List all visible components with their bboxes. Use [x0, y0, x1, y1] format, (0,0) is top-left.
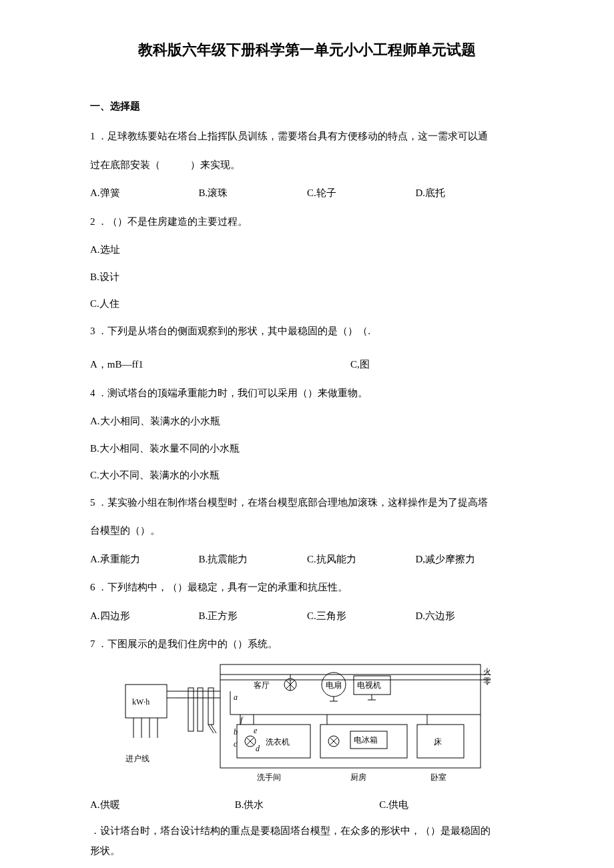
q7-opt-a: A.供暖: [90, 793, 235, 817]
diagram-kitchen: 厨房: [350, 773, 366, 782]
q6-text: 6 ．下列结构中，（）最稳定，具有一定的承重和抗压性。: [90, 576, 524, 599]
q4-opt-a: A.大小相同、装满水的小水瓶: [90, 410, 524, 433]
circuit-diagram: kW·h 进户线 客厅 电扇 电视机 火 零 洗衣机 电冰箱 床 洗手间 厨房 …: [90, 661, 524, 791]
q1-opt-b: B.滚珠: [199, 181, 308, 205]
q7-options: A.供暖 B.供水 C.供电: [90, 793, 524, 817]
q4-text: 4 ．测试塔台的顶端承重能力时，我们可以采用（）来做重物。: [90, 382, 524, 405]
diagram-tv: 电视机: [357, 681, 381, 690]
q6-opt-c: C.三角形: [307, 604, 416, 628]
diagram-live: 火: [483, 667, 491, 677]
q6-options: A.四边形 B.正方形 C.三角形 D.六边形: [90, 604, 524, 628]
q2-opt-c: C.人住: [90, 292, 524, 316]
section-heading: 一、选择题: [90, 100, 524, 113]
q3-text: 3 ．下列是从塔台的侧面观察到的形状，其中最稳固的是（）（.: [90, 320, 524, 343]
q6-opt-d: D.六边形: [416, 604, 525, 628]
q1-opt-a: A.弹簧: [90, 181, 199, 205]
diagram-bed: 床: [434, 737, 442, 747]
q1-opt-d: D.底托: [416, 181, 525, 205]
diagram-neutral: 零: [483, 677, 491, 686]
svg-line-11: [208, 725, 214, 733]
diagram-c: c: [234, 739, 238, 749]
circuit-svg: kW·h 进户线 客厅 电扇 电视机 火 零 洗衣机 电冰箱 床 洗手间 厨房 …: [120, 661, 494, 788]
q5-line2: 台模型的（）。: [90, 519, 524, 542]
q8: ．设计塔台时，塔台设计结构的重点是要稳固塔台模型，在众多的形状中，（）是最稳固的…: [90, 821, 524, 860]
q2-opt-a: A.选址: [90, 238, 524, 262]
q1-line2: 过在底部安装（ ）来实现。: [90, 153, 524, 177]
q6-opt-a: A.四边形: [90, 604, 199, 628]
q2-opt-b: B.设计: [90, 266, 524, 289]
diagram-washer: 洗衣机: [266, 737, 290, 747]
q3-opt-left: A，mB—ff1: [90, 353, 350, 376]
q5-options: A.承重能力 B.抗震能力 C.抗风能力 D,减少摩擦力: [90, 548, 524, 571]
q5-opt-d: D,减少摩擦力: [416, 548, 525, 571]
q5-opt-b: B.抗震能力: [199, 548, 308, 571]
q5-line1: 5 ．某实验小组在制作塔台模型时，在塔台模型底部合理地加滚珠，这样操作是为了提高…: [90, 491, 524, 514]
svg-rect-9: [198, 688, 203, 731]
q3-opt-right: C,图: [350, 353, 524, 376]
q7-text: 7 ．下图展示的是我们住房中的（）系统。: [90, 632, 524, 656]
q3-options: A，mB—ff1 C,图: [90, 353, 524, 376]
q4-opt-b: B.大小相同、装水量不同的小水瓶: [90, 437, 524, 460]
q1-line1: 1 ．足球教练要站在塔台上指挥队员训练，需要塔台具有方便移动的特点，这一需求可以…: [90, 125, 524, 148]
svg-line-12: [211, 725, 216, 733]
diagram-b: b: [234, 727, 238, 737]
page-title: 教科版六年级下册科学第一单元小小工程师单元试题: [90, 40, 524, 60]
q5-opt-c: C.抗风能力: [307, 548, 416, 571]
diagram-fan: 电扇: [326, 681, 342, 690]
svg-rect-10: [208, 688, 214, 725]
diagram-a: a: [234, 693, 238, 702]
q1-options: A.弹簧 B.滚珠 C.轮子 D.底托: [90, 181, 524, 205]
diagram-living-room: 客厅: [254, 681, 270, 690]
q8-line1: ．设计塔台时，塔台设计结构的重点是要稳固塔台模型，在众多的形状中，（）是最稳固的: [90, 821, 524, 840]
q1-opt-c: C.轮子: [307, 181, 416, 205]
diagram-e: e: [254, 726, 258, 735]
diagram-bedroom: 卧室: [430, 773, 446, 782]
diagram-f: f: [240, 715, 244, 725]
q5-opt-a: A.承重能力: [90, 548, 199, 571]
diagram-bathroom: 洗手间: [257, 773, 281, 782]
diagram-fridge: 电冰箱: [354, 735, 378, 745]
q2-text: 2 ．（）不是住房建造的主要过程。: [90, 210, 524, 234]
diagram-d: d: [256, 744, 260, 753]
diagram-kwh: kW·h: [132, 697, 149, 707]
q8-line2: 形状。: [90, 841, 524, 860]
diagram-inlet: 进户线: [125, 754, 149, 763]
q4-opt-c: C.大小不同、装满水的小水瓶: [90, 464, 524, 487]
q7-opt-b: B.供水: [235, 793, 380, 817]
q7-opt-c: C.供电: [379, 793, 524, 817]
q6-opt-b: B.正方形: [199, 604, 308, 628]
svg-rect-8: [188, 688, 194, 731]
